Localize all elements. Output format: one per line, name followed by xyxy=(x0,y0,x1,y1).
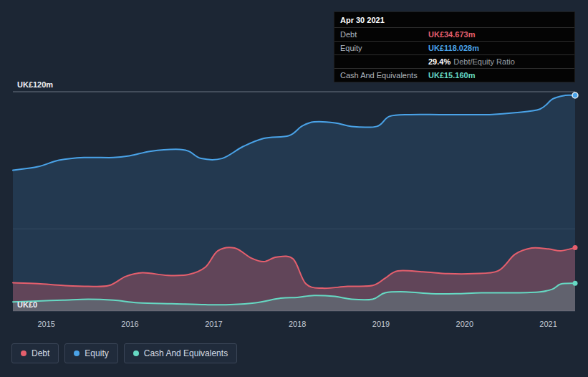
legend-label: Debt xyxy=(32,348,49,358)
x-tick-label-2018: 2018 xyxy=(289,320,306,328)
x-tick-label-2017: 2017 xyxy=(205,320,222,328)
chart-legend: DebtEquityCash And Equivalents xyxy=(11,343,237,363)
tooltip-equity-label: Equity xyxy=(340,44,428,52)
tooltip-ratio-row: 29.4%Debt/Equity Ratio xyxy=(334,54,574,68)
tooltip-cash-row: Cash And Equivalents UK£15.160m xyxy=(334,68,574,82)
tooltip-date: Apr 30 2021 xyxy=(334,12,574,27)
x-tick-label-2020: 2020 xyxy=(456,320,473,328)
chart-tooltip: Apr 30 2021 Debt UK£34.673m Equity UK£11… xyxy=(334,11,575,82)
legend-toggle-equity[interactable]: Equity xyxy=(64,343,117,363)
x-tick-label-2019: 2019 xyxy=(372,320,390,328)
debt-latest-point-marker xyxy=(573,245,578,250)
tooltip-cash-value: UK£15.160m xyxy=(428,71,475,80)
legend-toggle-debt[interactable]: Debt xyxy=(11,343,59,363)
x-tick-label-2016: 2016 xyxy=(121,320,138,328)
tooltip-cash-label: Cash And Equivalents xyxy=(340,71,428,80)
debt-equity-chart-panel: Apr 30 2021 Debt UK£34.673m Equity UK£11… xyxy=(0,0,588,377)
legend-dot-icon xyxy=(74,350,79,356)
cash-and-equivalents-latest-point-marker xyxy=(573,281,578,286)
legend-label: Equity xyxy=(85,348,108,358)
tooltip-debt-value: UK£34.673m xyxy=(428,30,475,39)
legend-dot-icon xyxy=(133,350,139,356)
equity-latest-point-marker xyxy=(572,92,578,98)
y-axis-label-bottom: UK£0 xyxy=(17,300,37,309)
legend-dot-icon xyxy=(21,350,26,356)
tooltip-debt-label: Debt xyxy=(340,30,428,39)
x-tick-label-2021: 2021 xyxy=(539,320,556,328)
y-axis-label-top: UK£120m xyxy=(17,80,53,89)
legend-toggle-cash-and-equivalents[interactable]: Cash And Equivalents xyxy=(124,343,237,363)
tooltip-debt-row: Debt UK£34.673m xyxy=(334,27,574,41)
tooltip-equity-row: Equity UK£118.028m xyxy=(334,41,574,54)
x-tick-label-2015: 2015 xyxy=(37,320,54,328)
tooltip-equity-value: UK£118.028m xyxy=(428,44,479,52)
legend-label: Cash And Equivalents xyxy=(144,348,228,358)
tooltip-ratio-value: 29.4%Debt/Equity Ratio xyxy=(428,57,515,66)
